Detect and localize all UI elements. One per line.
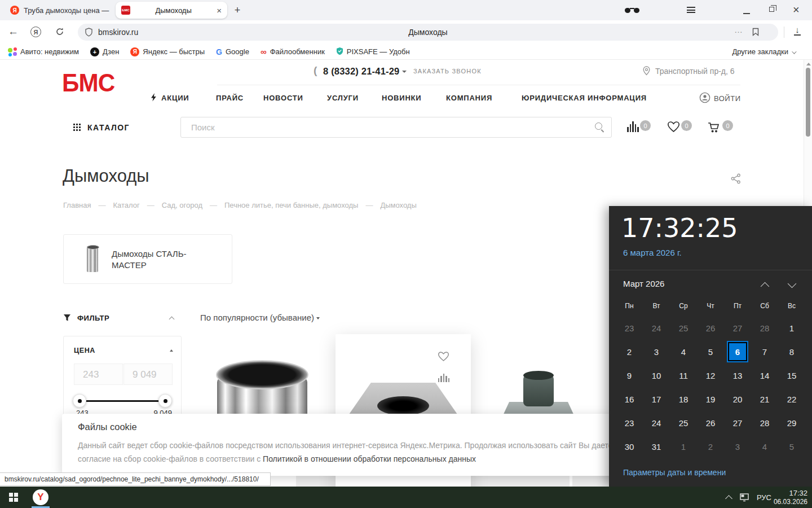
price-filter-label[interactable]: ЦЕНА: [74, 347, 95, 354]
calendar-day[interactable]: 4: [670, 340, 697, 364]
calendar-day[interactable]: 17: [643, 387, 670, 411]
calendar-day[interactable]: 26: [697, 411, 724, 435]
tray-show-hidden-icon[interactable]: [725, 495, 732, 502]
window-restore-button[interactable]: [769, 7, 774, 12]
breadcrumb-stoves[interactable]: Печное литье, печи банные, дымоходы: [224, 201, 358, 209]
calendar-day[interactable]: 7: [751, 340, 778, 364]
phone-number[interactable]: 8 (8332) 21-41-29: [323, 66, 400, 77]
calendar-day[interactable]: 31: [643, 435, 670, 458]
calendar-day[interactable]: 9: [616, 364, 643, 387]
breadcrumb-garden[interactable]: Сад, огород: [162, 201, 202, 209]
subcategory-card[interactable]: Дымоходы СТАЛЬ-МАСТЕР: [63, 234, 232, 284]
network-icon[interactable]: [739, 493, 750, 501]
search-icon[interactable]: [595, 122, 602, 130]
calendar-day[interactable]: 3: [643, 340, 670, 364]
calendar-day[interactable]: 22: [778, 387, 805, 411]
nav-item-legal[interactable]: ЮРИДИЧЕСКАЯ ИНФОРМАЦИЯ: [522, 94, 647, 102]
calendar-day[interactable]: 20: [724, 387, 751, 411]
calendar-day[interactable]: 29: [778, 411, 805, 435]
caret-up-icon[interactable]: [170, 349, 173, 352]
calendar-day[interactable]: 5: [697, 340, 724, 364]
calendar-day[interactable]: 5: [778, 435, 805, 458]
downloads-icon[interactable]: ↓: [793, 25, 802, 36]
calendar-day[interactable]: 28: [751, 411, 778, 435]
calendar-day[interactable]: 6: [724, 340, 751, 364]
favorite-heart-icon[interactable]: [438, 351, 449, 364]
favorites-heart-icon[interactable]: [667, 121, 680, 135]
calendar-day[interactable]: 11: [670, 364, 697, 387]
filter-toggle[interactable]: ФИЛЬТР: [77, 314, 109, 322]
breadcrumb-home[interactable]: Главная: [63, 201, 91, 209]
bookmark-fileshare[interactable]: ∞ Файлообменник: [261, 47, 325, 56]
price-max-input[interactable]: 9 049: [123, 364, 173, 385]
calendar-month-label[interactable]: Март 2026: [623, 279, 664, 288]
store-address[interactable]: Транспортный пр-д, 6: [655, 67, 735, 76]
price-slider-handle-min[interactable]: [73, 394, 86, 408]
calendar-day[interactable]: 24: [643, 411, 670, 435]
clock-date-link[interactable]: 6 марта 2026 г.: [623, 248, 682, 257]
calendar-day[interactable]: 25: [670, 411, 697, 435]
window-close-button[interactable]: ×: [793, 3, 800, 16]
tab-active[interactable]: БМС Дымоходы ×: [116, 2, 227, 19]
login-button[interactable]: ВОЙТИ: [714, 94, 740, 103]
omnibox-more-icon[interactable]: …: [734, 25, 743, 34]
calendar-day[interactable]: 8: [778, 340, 805, 364]
calendar-day[interactable]: 27: [724, 411, 751, 435]
share-icon[interactable]: [731, 173, 741, 186]
new-tab-button[interactable]: +: [231, 4, 244, 16]
start-button-icon[interactable]: [9, 493, 13, 497]
calendar-day[interactable]: 10: [643, 364, 670, 387]
calendar-day[interactable]: 3: [724, 435, 751, 458]
taskbar-clock[interactable]: 17:32 06.03.2026: [759, 489, 807, 506]
calendar-day[interactable]: 4: [751, 435, 778, 458]
bookmark-yandex[interactable]: Я Яндекс — быстры: [130, 47, 205, 56]
scrollbar-up-arrow-icon[interactable]: [806, 63, 811, 65]
calendar-day[interactable]: 25: [670, 316, 697, 340]
bookmark-pixsafe[interactable]: PIXSAFE — Удобн: [336, 47, 410, 57]
calendar-next-icon[interactable]: [788, 279, 797, 288]
incognito-glasses-icon[interactable]: [625, 7, 639, 13]
tab-close-icon[interactable]: ×: [217, 6, 222, 15]
compare-icon[interactable]: [627, 121, 639, 132]
calendar-day[interactable]: 15: [778, 364, 805, 387]
window-minimize-button[interactable]: [743, 13, 750, 14]
calendar-day[interactable]: 28: [751, 316, 778, 340]
yandex-button[interactable]: Я: [30, 27, 41, 37]
price-slider-handle-max[interactable]: [158, 394, 172, 408]
nav-item-uslugi[interactable]: УСЛУГИ: [327, 94, 359, 102]
date-time-settings-link[interactable]: Параметры даты и времени: [623, 468, 726, 477]
nav-item-price[interactable]: ПРАЙС: [216, 94, 244, 102]
calendar-day[interactable]: 24: [643, 316, 670, 340]
nav-item-novinki[interactable]: НОВИНКИ: [382, 94, 422, 102]
catalog-button[interactable]: КАТАЛОГ: [87, 123, 130, 132]
calendar-day[interactable]: 14: [751, 364, 778, 387]
nav-item-company[interactable]: КОМПАНИЯ: [446, 94, 492, 102]
calendar-day[interactable]: 27: [724, 316, 751, 340]
bookmark-avito[interactable]: Авито: недвижим: [8, 47, 79, 56]
omnibox[interactable]: bmskirov.ru Дымоходы …: [78, 24, 778, 41]
price-min-input[interactable]: 243: [74, 364, 123, 385]
calendar-day[interactable]: 19: [697, 387, 724, 411]
nav-item-akcii[interactable]: АКЦИИ: [161, 94, 189, 102]
chevron-up-icon[interactable]: [169, 317, 175, 322]
nav-item-news[interactable]: НОВОСТИ: [263, 94, 303, 102]
calendar-day[interactable]: 2: [616, 340, 643, 364]
browser-menu-icon[interactable]: [687, 7, 695, 13]
calendar-day[interactable]: 1: [778, 316, 805, 340]
cookie-policy-link[interactable]: Политикой в отношении обработки персонал…: [263, 454, 476, 463]
calendar-day[interactable]: 23: [616, 316, 643, 340]
calendar-day[interactable]: 23: [616, 411, 643, 435]
tab-inactive[interactable]: Я Труба дымоходы цена —: [10, 0, 114, 20]
calendar-day[interactable]: 21: [751, 387, 778, 411]
phone-caret-icon[interactable]: [402, 71, 407, 73]
calendar-prev-icon[interactable]: [761, 282, 770, 291]
taskbar-yandex-browser[interactable]: Y: [27, 487, 54, 508]
site-logo[interactable]: БМС: [62, 69, 114, 97]
back-button[interactable]: ←: [8, 25, 19, 38]
price-slider-track[interactable]: [81, 400, 164, 402]
calendar-day[interactable]: 30: [616, 435, 643, 458]
breadcrumb-catalog[interactable]: Каталог: [113, 201, 139, 209]
search-input[interactable]: Поиск: [180, 117, 612, 138]
calendar-day[interactable]: 26: [697, 316, 724, 340]
reload-icon[interactable]: [55, 27, 64, 36]
